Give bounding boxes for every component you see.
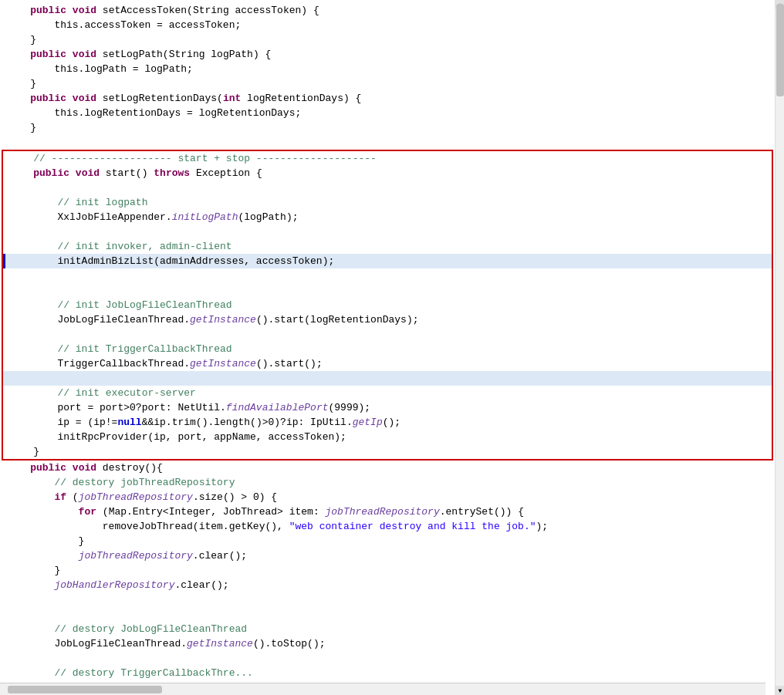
line-row: // init invoker, admin-client: [3, 239, 772, 254]
selected-code-block: // -------------------- start + stop ---…: [2, 150, 773, 461]
line-row: [0, 607, 775, 622]
line-row: JobLogFileCleanThread.getInstance().toSt…: [0, 636, 775, 651]
line-row: jobHandlerRepository.clear();: [0, 578, 775, 592]
line-row: }: [3, 444, 772, 459]
line-row: initRpcProvider(ip, port, appName, acces…: [3, 430, 772, 444]
line-row: removeJobThread(item.getKey(), "web cont…: [0, 519, 775, 534]
line-row: [0, 592, 775, 607]
line-row: }: [0, 120, 775, 135]
code-area[interactable]: public void setAccessToken(String access…: [0, 0, 775, 695]
code-content: public void setAccessToken(String access…: [0, 0, 775, 683]
scroll-down-arrow[interactable]: ▼: [776, 686, 784, 695]
line-row: port = port>0?port: NetUtil.findAvailabl…: [3, 400, 772, 415]
line-row: // destory TriggerCallbackThre...: [0, 666, 775, 680]
line-row: JobLogFileCleanThread.getInstance().star…: [3, 312, 772, 327]
line-row: }: [0, 76, 775, 91]
line-row: [3, 283, 772, 298]
line-row: [3, 180, 772, 195]
line-row: [3, 224, 772, 239]
line-row: [3, 327, 772, 342]
line-row: // init executor-server: [3, 386, 772, 400]
line-row: public void start() throws Exception {: [3, 166, 772, 180]
line-row: this.accessToken = accessToken;: [0, 18, 775, 32]
line-row: [0, 135, 775, 150]
line-row: [0, 651, 775, 666]
line-row: // init TriggerCallbackThread: [3, 342, 772, 356]
line-row: // init logpath: [3, 195, 772, 210]
line-row: }: [0, 563, 775, 578]
line-row: if (jobThreadRepository.size() > 0) {: [0, 490, 775, 504]
line-row: XxlJobFileAppender.initLogPath(logPath);: [3, 210, 772, 224]
line-row: public void destroy(){: [0, 461, 775, 475]
code-editor: public void setAccessToken(String access…: [0, 0, 784, 695]
line-row: public void setLogRetentionDays(int logR…: [0, 91, 775, 106]
line-row: }: [0, 32, 775, 47]
h-scrollbar-thumb[interactable]: [8, 686, 162, 693]
h-scrollbar-track[interactable]: [0, 685, 765, 694]
line-row: ip = (ip!=null&&ip.trim().length()>0)?ip…: [3, 415, 772, 430]
line-row: [3, 268, 772, 283]
line-row: // -------------------- start + stop ---…: [3, 151, 772, 166]
horizontal-scrollbar[interactable]: [0, 683, 765, 695]
vertical-scrollbar[interactable]: ▲ ▼: [775, 0, 784, 695]
cursor-indicator: [3, 254, 5, 268]
line-row: initAdminBizList(adminAddresses, accessT…: [3, 254, 772, 268]
line-row: TriggerCallbackThread.getInstance().star…: [3, 356, 772, 371]
line-row: public void setAccessToken(String access…: [0, 3, 775, 18]
line-row: for (Map.Entry<Integer, JobThread> item:…: [0, 504, 775, 519]
line-row: }: [0, 534, 775, 548]
line-row: // init JobLogFileCleanThread: [3, 298, 772, 312]
line-row: jobThreadRepository.clear();: [0, 548, 775, 563]
line-row: this.logPath = logPath;: [0, 62, 775, 76]
scrollbar-thumb[interactable]: [776, 4, 784, 96]
line-row: // destory jobThreadRepository: [0, 475, 775, 490]
line-row: // destory JobLogFileCleanThread: [0, 622, 775, 636]
line-row: this.logRetentionDays = logRetentionDays…: [0, 106, 775, 120]
line-row: public void setLogPath(String logPath) {: [0, 47, 775, 62]
line-row: [3, 371, 772, 386]
